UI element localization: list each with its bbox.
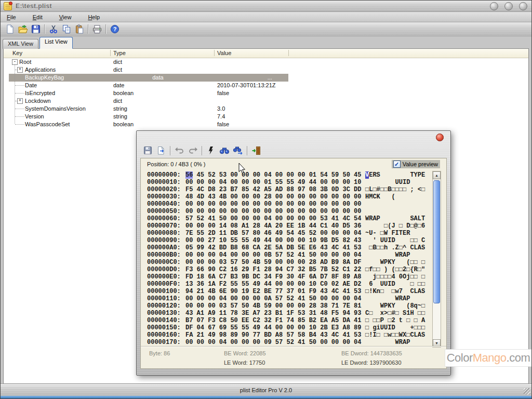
column-divider[interactable] [214, 50, 215, 56]
copy-icon [62, 24, 71, 34]
new-button[interactable] [3, 23, 16, 35]
hex-editor-client: Position: 0 / 4B3 ( 0% ) ✓ Value preview… [140, 158, 447, 369]
column-divider[interactable] [110, 50, 111, 56]
scroll-thumb[interactable] [433, 180, 440, 303]
tab-list-view[interactable]: List View [39, 37, 73, 49]
title-bar[interactable]: E:\test.plist [1, 1, 531, 12]
hex-scrollbar[interactable]: ▲ ▼ [432, 171, 441, 348]
tree-row[interactable]: BackupKeyBagdata... [4, 74, 528, 82]
hex-redo-button[interactable] [186, 144, 200, 156]
hex-offset: 00000160: [147, 331, 185, 339]
column-header-type[interactable]: Type [113, 50, 126, 56]
menu-view[interactable]: View [55, 13, 76, 21]
hex-offset: 00000150: [147, 324, 185, 331]
tree-row[interactable]: IsEncryptedbooleanfalse [4, 89, 528, 97]
cut-button[interactable] [47, 23, 60, 35]
paste-button[interactable] [73, 23, 86, 35]
hex-row[interactable]: 00000100:94 21 4B 6E 90 19 E2 BE 77 37 0… [147, 288, 425, 295]
hex-row[interactable]: 00000140:B7 07 F3 C8 50 EE C2 32 F1 74 8… [147, 317, 425, 324]
close-button[interactable] [519, 2, 527, 10]
tree-row[interactable]: Datedate2010-07-30T01:13:21Z [4, 82, 528, 89]
hex-row[interactable]: 00000020:F5 4C D8 23 B7 85 42 A5 AD 88 9… [147, 186, 425, 193]
hex-row[interactable]: 00000120:00 00 00 03 57 50 4B 59 00 00 0… [147, 302, 425, 310]
resize-grip[interactable] [524, 388, 530, 395]
tree-type: boolean [113, 121, 134, 127]
column-divider[interactable] [288, 50, 289, 56]
hex-bytes: 00 00 00 03 57 50 4B 59 00 00 00 28 38 7… [185, 302, 365, 310]
hex-row[interactable]: 00000080:7E 55 2D 11 DB 57 80 46 49 54 4… [147, 230, 425, 237]
column-header-key[interactable]: Key [12, 50, 22, 56]
hex-close-icon[interactable] [436, 134, 444, 141]
menu-edit[interactable]: Edit [29, 13, 47, 21]
hex-row[interactable]: 000000C0:00 00 00 03 57 50 4B 59 00 00 0… [147, 259, 425, 266]
hex-row[interactable]: 000000D0:F3 66 90 C2 16 29 F1 28 94 C7 3… [147, 266, 425, 273]
value-preview-checkbox[interactable]: ✓ Value preview [392, 160, 440, 168]
hex-bytes: 7E 55 2D 11 DB 57 80 46 49 54 45 52 00 0… [185, 230, 365, 237]
hex-row[interactable]: 00000010:00 00 00 04 00 00 00 01 55 55 4… [147, 179, 425, 186]
hex-find-next-button[interactable] [231, 144, 245, 156]
hex-ascii [365, 201, 425, 208]
hex-ascii: □L□#□□B□□□□ ; <□ [365, 186, 425, 193]
hex-bytes: FA 21 49 98 89 90 77 BD A8 57 58 B4 43 4… [185, 331, 365, 339]
find-binoculars-icon [219, 147, 230, 155]
hex-row[interactable]: 00000160:FA 21 49 98 89 90 77 BD A8 57 5… [147, 331, 425, 339]
export-file-icon [156, 146, 166, 155]
tree-row[interactable]: Versionstring7.4 [4, 113, 528, 121]
print-button[interactable] [90, 23, 103, 35]
tree-row[interactable]: +Applicationsdict [4, 66, 528, 74]
hex-editor-titlebar[interactable] [137, 131, 450, 143]
hex-row[interactable]: 000000F0:13 36 1A F2 55 55 49 44 00 00 0… [147, 281, 425, 288]
tab-xml-view[interactable]: XML View [3, 39, 38, 49]
save-button[interactable] [29, 23, 42, 35]
hex-row[interactable]: 00000090:00 00 27 10 55 55 49 44 00 00 0… [147, 237, 425, 244]
hex-ascii: VERS TYPE [365, 171, 425, 179]
tree-type: dict [113, 66, 122, 73]
expand-box-icon[interactable]: + [17, 98, 23, 104]
maximize-button[interactable] [504, 2, 513, 10]
tree-row[interactable]: SystemDomainsVersionstring3.0 [4, 105, 528, 113]
column-header-value[interactable]: Value [217, 50, 231, 56]
hex-row[interactable]: 000000A0:05 99 42 BD B8 68 CA 2E 5A DB 5… [147, 244, 425, 251]
hex-row[interactable]: 00000070:00 00 00 14 08 A1 28 4A 20 EE 1… [147, 222, 425, 230]
hex-undo-button[interactable] [172, 144, 186, 156]
open-button[interactable] [16, 23, 29, 35]
hex-modify-button[interactable] [204, 144, 218, 156]
hex-bytes: FD 18 6A C7 B3 9B DC 34 F9 30 4F 6A D7 8… [185, 273, 365, 281]
hex-row[interactable]: 00000050:00 00 00 00 00 00 00 00 00 00 0… [147, 208, 425, 215]
help-button[interactable]: ? [108, 23, 121, 35]
hex-row[interactable]: 000000B0:00 00 00 04 00 00 00 0B 57 52 4… [147, 251, 425, 259]
app-window: E:\test.plist File Edit View Help [0, 0, 532, 399]
hex-ascii: HMCK ( [365, 193, 425, 201]
scroll-up-icon[interactable]: ▲ [433, 171, 441, 179]
tree-row[interactable]: +Lockdowndict [4, 97, 528, 105]
menu-help[interactable]: Help [84, 13, 104, 21]
hex-find-button[interactable] [218, 144, 231, 156]
hex-row[interactable]: 00000040:00 00 00 00 00 00 00 00 00 00 0… [147, 201, 425, 208]
hex-row[interactable]: 00000000:56 45 52 53 00 00 00 04 00 00 0… [147, 171, 425, 179]
tree-row[interactable]: WasPasscodeSetbooleanfalse [4, 121, 528, 128]
tree-row[interactable]: -Rootdict [4, 58, 528, 66]
undo-icon [175, 146, 184, 155]
copy-button[interactable] [60, 23, 73, 35]
position-indicator: Position: 0 / 4B3 ( 0% ) [147, 161, 206, 167]
hex-row[interactable]: 000000E0:FD 18 6A C7 B3 9B DC 34 F9 30 4… [147, 273, 425, 281]
hex-row[interactable]: 00000150:DF 04 67 69 55 55 49 44 00 00 0… [147, 324, 425, 331]
menu-file[interactable]: File [3, 13, 20, 21]
hex-save-button[interactable] [141, 144, 154, 156]
tree-header[interactable]: Key Type Value [4, 49, 528, 58]
hex-row[interactable]: 00000130:43 A1 A9 11 78 3E A7 23 B1 1F 5… [147, 310, 425, 317]
checkbox-check-icon[interactable]: ✓ [393, 161, 401, 168]
hex-offset: 00000100: [147, 288, 185, 295]
minimize-button[interactable] [490, 2, 498, 10]
tree-value: 7.4 [217, 113, 225, 119]
hex-ascii: □B□□h .Z□^ CLAS [365, 244, 425, 251]
hex-export-button[interactable] [154, 144, 168, 156]
hex-row[interactable]: 00000060:57 52 41 50 00 00 00 04 00 00 0… [147, 215, 425, 222]
collapse-box-icon[interactable]: - [12, 59, 18, 65]
hex-row[interactable]: 00000110:00 00 00 04 00 00 00 0A 57 52 4… [147, 295, 425, 302]
hex-row[interactable]: 00000030:48 4D 43 4B 00 00 00 28 00 00 0… [147, 193, 425, 201]
hex-row[interactable]: 00000170:00 00 00 04 00 00 00 09 57 52 4… [147, 339, 425, 346]
hex-exit-button[interactable] [249, 144, 263, 156]
hex-ascii: WRAP [365, 339, 425, 346]
expand-box-icon[interactable]: + [17, 67, 23, 73]
